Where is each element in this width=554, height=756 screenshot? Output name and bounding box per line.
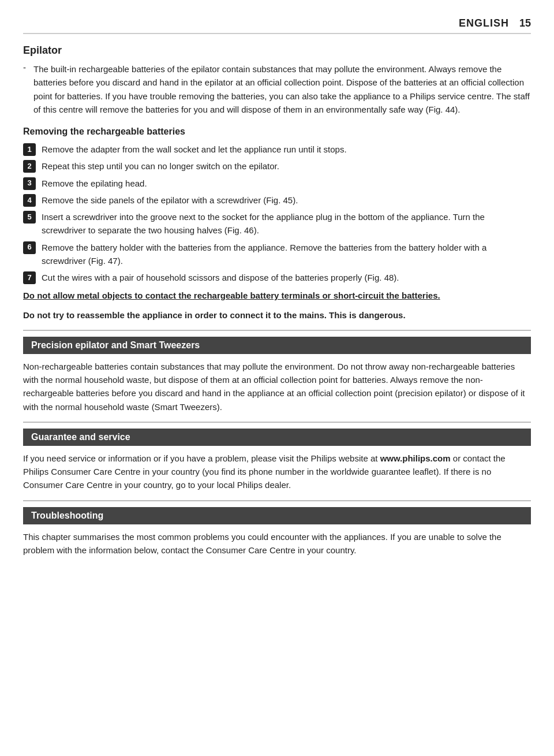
danger-text: Do not try to reassemble the appliance i…: [23, 308, 531, 322]
divider-2: [23, 422, 531, 423]
troubleshooting-body: This chapter summarises the most common …: [23, 530, 531, 557]
guarantee-section-bar: Guarantee and service: [23, 429, 531, 446]
guarantee-body: If you need service or information or if…: [23, 452, 531, 492]
philips-website-link[interactable]: www.philips.com: [380, 453, 451, 463]
step-badge-4: 4: [23, 194, 36, 207]
warning-text: Do not allow metal objects to contact th…: [23, 289, 531, 302]
precision-section-bar: Precision epilator and Smart Tweezers: [23, 337, 531, 354]
guarantee-heading: Guarantee and service: [31, 432, 130, 442]
precision-heading: Precision epilator and Smart Tweezers: [31, 340, 200, 350]
step-3: 3 Remove the epilating head.: [23, 177, 531, 190]
divider-1: [23, 330, 531, 331]
step-4: 4 Remove the side panels of the epilator…: [23, 193, 531, 207]
step-badge-5: 5: [23, 211, 36, 224]
step-1: 1 Remove the adapter from the wall socke…: [23, 143, 531, 156]
step-badge-2: 2: [23, 160, 36, 173]
step-text-3: Remove the epilating head.: [42, 177, 147, 190]
step-badge-7: 7: [23, 271, 36, 284]
troubleshooting-heading: Troubleshooting: [31, 511, 103, 520]
step-text-2: Repeat this step until you can no longer…: [42, 159, 279, 173]
page-header: ENGLISH 15: [23, 17, 531, 34]
bullet-dash: -: [23, 62, 33, 72]
step-7: 7 Cut the wires with a pair of household…: [23, 271, 531, 284]
epilator-bullet: - The built-in rechargeable batteries of…: [23, 62, 531, 116]
steps-list: 1 Remove the adapter from the wall socke…: [23, 143, 531, 284]
step-5: 5 Insert a screwdriver into the groove n…: [23, 210, 531, 237]
step-text-6: Remove the battery holder with the batte…: [42, 241, 531, 268]
step-text-1: Remove the adapter from the wall socket …: [42, 143, 347, 156]
step-badge-1: 1: [23, 143, 36, 156]
troubleshooting-section-bar: Troubleshooting: [23, 507, 531, 524]
step-badge-6: 6: [23, 241, 36, 254]
step-6: 6 Remove the battery holder with the bat…: [23, 241, 531, 268]
step-text-4: Remove the side panels of the epilator w…: [42, 193, 298, 207]
divider-3: [23, 500, 531, 501]
step-badge-3: 3: [23, 177, 36, 190]
removing-batteries-heading: Removing the rechargeable batteries: [23, 126, 531, 137]
step-text-5: Insert a screwdriver into the groove nex…: [42, 210, 531, 237]
epilator-bullet-text: The built-in rechargeable batteries of t…: [33, 62, 531, 116]
guarantee-body-start: If you need service or information or if…: [23, 453, 380, 463]
page-language: ENGLISH: [459, 17, 509, 29]
epilator-title: Epilator: [23, 44, 531, 57]
step-text-7: Cut the wires with a pair of household s…: [42, 271, 399, 284]
page-number: 15: [519, 17, 531, 29]
step-2: 2 Repeat this step until you can no long…: [23, 159, 531, 173]
precision-body: Non-rechargeable batteries contain subst…: [23, 360, 531, 414]
